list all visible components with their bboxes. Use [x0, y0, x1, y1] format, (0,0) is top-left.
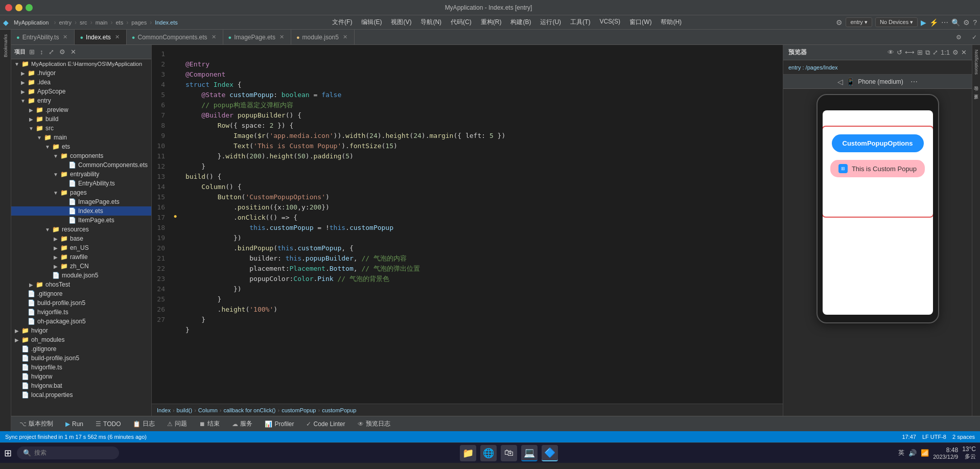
tree-hvigorwbat[interactable]: ▶ 📄 hvigorw.bat — [11, 381, 151, 390]
preview-more-icon[interactable]: ⋯ — [911, 78, 918, 86]
search-icon[interactable]: 🔍 — [951, 18, 960, 27]
bookmarks-icon[interactable]: Bookmarks — [2, 32, 9, 59]
codelinter-btn[interactable]: ✓ Code Linter — [303, 419, 348, 429]
search-bar[interactable]: 🔍 搜索 — [17, 447, 119, 459]
tab-commoncomponents[interactable]: ● CommonComponents.ets ✕ — [127, 30, 223, 44]
tree-idea[interactable]: ▶ 📁 .idea — [11, 78, 151, 87]
tab-modulejson5[interactable]: ● module.json5 ✕ — [291, 30, 355, 44]
tab-indexets[interactable]: ● Index.ets ✕ — [75, 30, 126, 44]
taskbar-lang[interactable]: 英 — [898, 449, 904, 457]
sidebar-settings-icon[interactable]: ⚙ — [58, 48, 67, 56]
tree-build[interactable]: ▶ 📁 build — [11, 114, 151, 124]
settings-icon[interactable]: ⚙ — [836, 18, 843, 27]
code-editor[interactable]: 12345 678910 1112131415 1617181920 21222… — [152, 45, 783, 416]
tree-appscope[interactable]: ▶ 📁 AppScope — [11, 87, 151, 96]
taskbar-app-harmonyos[interactable]: 🔷 — [542, 445, 558, 461]
taskbar-app-explorer[interactable]: 📁 — [460, 445, 476, 461]
tree-hvigor[interactable]: ▶ 📁 .hvigor — [11, 68, 151, 78]
menu-build[interactable]: 构建(B) — [506, 16, 535, 28]
menu-nav[interactable]: 导航(N) — [416, 16, 446, 28]
tab-close-indexets[interactable]: ✕ — [113, 33, 121, 41]
tab-close-module[interactable]: ✕ — [341, 33, 349, 41]
run-btn-bottom[interactable]: ▶ Run — [62, 419, 86, 429]
menu-view[interactable]: 视图(V) — [387, 16, 415, 28]
tree-hvigor2[interactable]: ▶ 📁 hvigor — [11, 326, 151, 335]
tree-entry[interactable]: ▼ 📁 entry — [11, 96, 151, 105]
code-lines[interactable]: @Entry @Component struct Index { @State … — [180, 45, 783, 404]
tree-zh_cn[interactable]: ▶ 📁 zh_CN — [11, 262, 151, 271]
tab-entryability[interactable]: ● EntryAbility.ts ✕ — [11, 30, 75, 44]
taskbar-network-icon[interactable]: 📶 — [921, 449, 929, 457]
stop-btn[interactable]: ⏹ 结束 — [196, 418, 223, 430]
tabs-expand-icon[interactable]: ✓ — [969, 34, 980, 41]
minimize-btn[interactable] — [15, 4, 22, 11]
run-btn[interactable]: ▶ — [921, 18, 926, 27]
taskbar-app-edge[interactable]: 🌐 — [480, 445, 497, 461]
more-btn[interactable]: ⋯ — [941, 18, 948, 27]
preview-close-icon[interactable]: ✕ — [961, 49, 967, 57]
debug-btn[interactable]: ⚡ — [929, 18, 938, 27]
menu-edit[interactable]: 编辑(E) — [357, 16, 386, 28]
previewlog-btn[interactable]: 👁 预览日志 — [355, 418, 393, 430]
tree-oh_modules[interactable]: ▶ 📁 oh_modules — [11, 335, 151, 344]
maximize-btn[interactable] — [26, 4, 33, 11]
preview-back-icon[interactable]: ◁ — [837, 78, 843, 86]
close-btn[interactable] — [5, 4, 12, 11]
gear-icon[interactable]: ⚙ — [963, 18, 970, 27]
tabs-settings-icon[interactable]: ⚙ — [951, 34, 967, 41]
tab-close-entryability[interactable]: ✕ — [61, 33, 69, 41]
tree-ets[interactable]: ▼ 📁 ets — [11, 142, 151, 151]
preview-rotate-icon[interactable]: ↺ — [897, 49, 902, 57]
tree-components[interactable]: ▼ 📁 components — [11, 151, 151, 160]
tree-imagepageets[interactable]: ▶ 📄 ImagePage.ets — [11, 197, 151, 206]
tree-commoncomponents[interactable]: ▶ 📄 CommonComponents.ets — [11, 160, 151, 170]
tree-src[interactable]: ▼ 📁 src — [11, 124, 151, 133]
menu-window[interactable]: 窗口(W) — [625, 16, 656, 28]
tree-hvigorw[interactable]: ▶ 📄 hvigorw — [11, 372, 151, 381]
preview-flip-icon[interactable]: ⟷ — [905, 49, 915, 57]
profiler-btn[interactable]: 📊 Profiler — [262, 419, 297, 429]
more-right-icon[interactable]: 更多 — [972, 89, 980, 93]
tree-entryabilityts[interactable]: ▶ 📄 EntryAbility.ts — [11, 179, 151, 188]
preview-split-icon[interactable]: ⧉ — [925, 49, 930, 57]
tree-hvigorfile2[interactable]: ▶ 📄 hvigorfile.ts — [11, 363, 151, 372]
menu-help[interactable]: 帮助(H) — [657, 16, 686, 28]
tab-close-imagepage[interactable]: ✕ — [278, 33, 286, 41]
preview-fullscreen-icon[interactable]: ⤢ — [932, 49, 938, 57]
tree-buildprofile[interactable]: ▶ 📄 build-profile.json5 — [11, 298, 151, 308]
sidebar-sort-icon[interactable]: ↕ — [38, 48, 45, 56]
tree-gitignore2[interactable]: ▶ 📄 .gitignore — [11, 344, 151, 354]
menu-code[interactable]: 代码(C) — [447, 16, 476, 28]
tree-localprops[interactable]: ▶ 📄 local.properties — [11, 390, 151, 400]
study-icon[interactable]: 学习 — [972, 81, 980, 85]
tree-base[interactable]: ▶ 📁 base — [11, 234, 151, 243]
tree-ohpackage[interactable]: ▶ 📄 oh-package.json5 — [11, 317, 151, 326]
tree-en_us[interactable]: ▶ 📁 en_US — [11, 243, 151, 252]
problems-btn[interactable]: ⚠ 问题 — [164, 418, 190, 430]
menu-refactor[interactable]: 重构(R) — [477, 16, 506, 28]
taskbar-app-vscode[interactable]: 💻 — [521, 445, 538, 461]
tree-root[interactable]: ▼ 📁 MyApplication E:\HarmonyOS\MyApplica… — [11, 59, 151, 68]
tree-resources[interactable]: ▼ 📁 resources — [11, 225, 151, 234]
log-btn[interactable]: 📋 日志 — [130, 418, 158, 430]
menu-vcs[interactable]: VCS(S) — [595, 16, 624, 28]
tree-preview[interactable]: ▶ 📁 .preview — [11, 105, 151, 114]
preview-mirror-icon[interactable]: ⊞ — [917, 49, 923, 57]
taskbar-app-store[interactable]: 🛍 — [501, 445, 517, 461]
custom-popup-button[interactable]: CustomPopupOptions — [832, 134, 924, 152]
sidebar-layout-icon[interactable]: ⊞ — [28, 48, 36, 56]
todo-btn[interactable]: ☰ TODO — [92, 419, 124, 429]
taskbar-clock[interactable]: 8:48 2023/12/9 — [933, 447, 958, 460]
tab-close-common[interactable]: ✕ — [210, 33, 218, 41]
tree-buildprofile2[interactable]: ▶ 📄 build-profile.json5 — [11, 354, 151, 363]
tree-indexets[interactable]: ▶ 📄 Index.ets — [11, 206, 151, 216]
devices-dropdown[interactable]: No Devices ▾ — [875, 17, 918, 27]
tree-main[interactable]: ▼ 📁 main — [11, 133, 151, 142]
tree-gitignore[interactable]: ▶ 📄 .gitignore — [11, 289, 151, 298]
preview-settings-icon[interactable]: ⚙ — [952, 49, 959, 57]
preview-eye-icon[interactable]: 👁 — [888, 49, 894, 57]
tree-entryability[interactable]: ▼ 📁 entryability — [11, 170, 151, 179]
menu-file[interactable]: 文件(F) — [328, 16, 356, 28]
taskbar-volume-icon[interactable]: 🔊 — [908, 449, 917, 457]
tree-hvigorfile[interactable]: ▶ 📄 hvigorfile.ts — [11, 308, 151, 317]
